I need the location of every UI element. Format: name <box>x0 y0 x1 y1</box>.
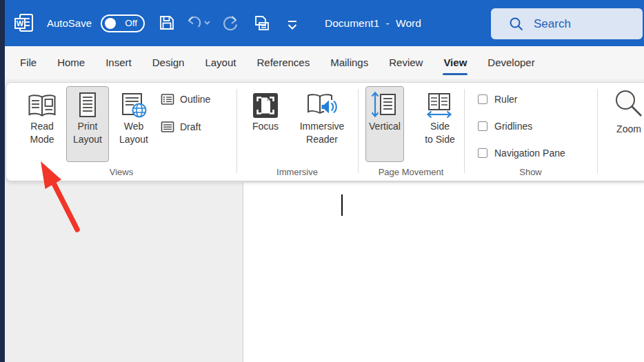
zoom-icon <box>612 87 644 123</box>
draft-button[interactable]: Draft <box>161 117 201 137</box>
undo-button[interactable] <box>183 14 214 33</box>
group-separator <box>358 89 359 173</box>
toggle-knob-icon <box>105 18 116 29</box>
vertical-button[interactable]: Vertical <box>365 86 404 162</box>
search-icon <box>509 17 524 32</box>
vertical-icon <box>370 87 400 120</box>
group-separator <box>597 89 598 173</box>
side-to-side-line2: to Side <box>425 134 455 145</box>
tab-references[interactable]: References <box>246 46 320 79</box>
ribbon: Read Mode Print Layout <box>6 82 644 181</box>
tab-review[interactable]: Review <box>379 46 433 79</box>
document-page[interactable] <box>243 183 644 362</box>
side-to-side-label: Sideto Side <box>425 120 455 146</box>
show-group-label: Show <box>464 167 597 177</box>
page-movement-group-label: Page Movement <box>358 167 464 177</box>
save-button[interactable] <box>157 14 177 33</box>
ruler-label: Ruler <box>494 94 517 105</box>
views-group-label: Views <box>6 167 237 177</box>
focus-label: Focus <box>252 120 279 133</box>
print-icon <box>251 14 272 34</box>
quick-print-button[interactable] <box>251 14 270 33</box>
tab-mailings[interactable]: Mailings <box>320 46 379 79</box>
group-separator <box>464 89 465 173</box>
navigation-pane-checkbox[interactable] <box>478 148 487 158</box>
gridlines-checkbox[interactable] <box>478 121 487 131</box>
focus-icon <box>251 87 280 120</box>
focus-button[interactable]: Focus <box>245 86 286 162</box>
read-mode-icon <box>26 87 58 120</box>
group-separator <box>237 89 237 173</box>
outline-label: Outline <box>180 94 210 105</box>
immersive-reader-label: Immersive Reader <box>294 120 350 146</box>
immersive-reader-button[interactable]: Immersive Reader <box>293 86 351 162</box>
read-mode-label: Read Mode <box>21 120 63 146</box>
left-edge-strip <box>0 0 5 362</box>
print-layout-icon <box>74 87 101 120</box>
side-to-side-icon <box>425 87 455 120</box>
autosave-label: AutoSave <box>47 0 92 46</box>
text-caret <box>341 194 343 216</box>
search-box[interactable] <box>491 8 643 39</box>
tab-home[interactable]: Home <box>47 46 95 79</box>
autosave-state: Off <box>125 17 137 30</box>
web-layout-button[interactable]: Web Layout <box>112 86 156 162</box>
tab-design[interactable]: Design <box>142 46 195 79</box>
print-layout-label: Print Layout <box>67 120 108 146</box>
redo-button[interactable] <box>221 14 240 33</box>
svg-text:W: W <box>17 19 24 28</box>
tab-view[interactable]: View <box>433 46 477 79</box>
outline-icon <box>161 93 174 105</box>
ruler-checkbox[interactable] <box>478 94 487 104</box>
immersive-reader-icon <box>305 87 339 120</box>
ribbon-tabs: File Home Insert Design Layout Reference… <box>0 46 644 79</box>
zoom-button[interactable]: Zoom <box>605 86 644 162</box>
navigation-pane-label: Navigation Pane <box>494 148 565 159</box>
navigation-pane-checkbox-row[interactable]: Navigation Pane <box>478 147 565 159</box>
titlebar: W AutoSave Off <box>0 0 644 46</box>
ruler-checkbox-row[interactable]: Ruler <box>478 93 517 105</box>
customize-qat-button[interactable] <box>283 17 302 36</box>
read-mode-button[interactable]: Read Mode <box>20 86 64 162</box>
tab-layout[interactable]: Layout <box>194 46 246 79</box>
document-title: Document1 - Word <box>325 0 421 46</box>
gridlines-checkbox-row[interactable]: Gridlines <box>478 120 532 132</box>
web-layout-icon <box>119 87 149 120</box>
draft-icon <box>161 121 174 133</box>
web-layout-label: Web Layout <box>112 120 155 146</box>
save-icon <box>158 14 176 32</box>
undo-icon <box>183 14 214 32</box>
tab-developer[interactable]: Developer <box>477 46 545 79</box>
redo-icon <box>221 14 240 33</box>
document-area: Read Mode Print Layout <box>0 79 644 362</box>
outline-button[interactable]: Outline <box>161 90 210 109</box>
gridlines-label: Gridlines <box>494 121 532 132</box>
tab-file[interactable]: File <box>10 46 47 79</box>
zoom-label: Zoom <box>616 123 641 136</box>
search-input[interactable] <box>534 17 630 31</box>
chevron-bar-icon <box>285 19 300 32</box>
side-to-side-button[interactable]: Sideto Side <box>417 86 463 162</box>
word-window: W AutoSave Off <box>0 0 644 362</box>
print-layout-button[interactable]: Print Layout <box>66 86 109 162</box>
vertical-label: Vertical <box>369 120 401 133</box>
side-to-side-line1: Side <box>430 121 450 132</box>
immersive-group-label: Immersive <box>237 167 358 177</box>
autosave-toggle[interactable]: Off <box>101 14 145 32</box>
tab-insert[interactable]: Insert <box>95 46 142 79</box>
draft-label: Draft <box>180 121 201 132</box>
word-app-icon[interactable]: W <box>14 12 34 33</box>
